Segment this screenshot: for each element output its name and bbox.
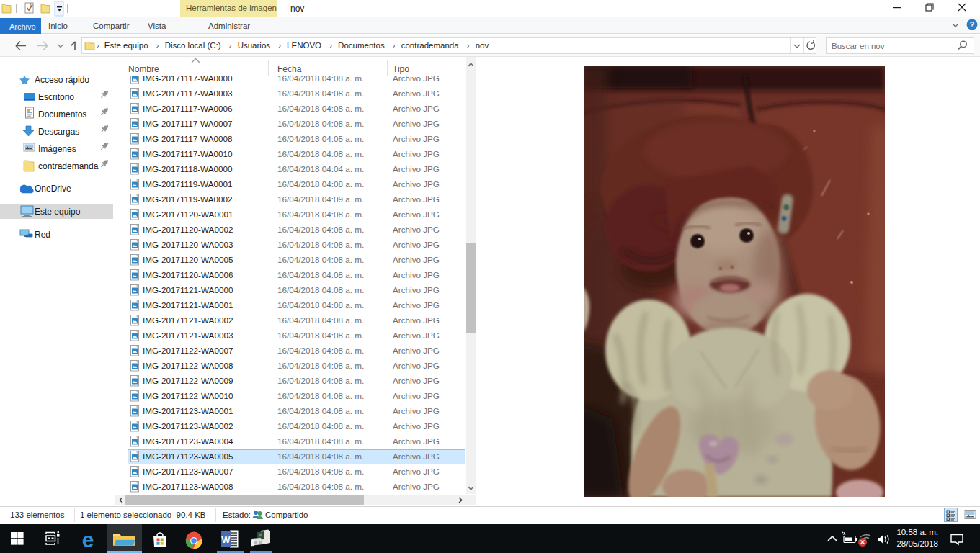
svg-text:W: W [221, 534, 231, 545]
svg-text:e: e [82, 528, 94, 552]
svg-text:?: ? [970, 20, 975, 29]
